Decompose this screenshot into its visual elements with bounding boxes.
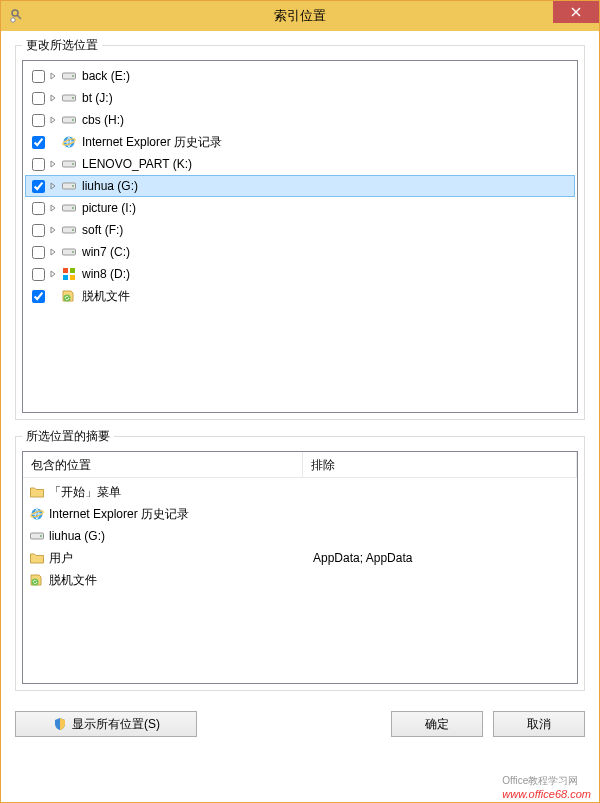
svg-point-4 bbox=[72, 75, 74, 77]
tree-item-label: soft (F:) bbox=[80, 223, 123, 237]
tree-checkbox[interactable] bbox=[32, 136, 45, 149]
tree-checkbox[interactable] bbox=[32, 202, 45, 215]
tree-checkbox[interactable] bbox=[32, 224, 45, 237]
summary-row[interactable]: 「开始」菜单 bbox=[25, 481, 575, 503]
sync-icon bbox=[61, 288, 77, 304]
tree-checkbox[interactable] bbox=[32, 268, 45, 281]
col-included[interactable]: 包含的位置 bbox=[23, 452, 303, 478]
svg-point-2 bbox=[11, 18, 15, 22]
svg-point-25 bbox=[64, 295, 71, 302]
tree-row[interactable]: win8 (D:) bbox=[25, 263, 575, 285]
svg-point-6 bbox=[72, 97, 74, 99]
drive-icon bbox=[61, 178, 77, 194]
tree-row[interactable]: back (E:) bbox=[25, 65, 575, 87]
close-button[interactable] bbox=[553, 1, 599, 23]
expand-icon[interactable] bbox=[48, 71, 58, 81]
summary-row[interactable]: 脱机文件 bbox=[25, 569, 575, 591]
tree-checkbox[interactable] bbox=[32, 180, 45, 193]
summary-group: 所选位置的摘要 包含的位置 排除 「开始」菜单Internet Explorer… bbox=[15, 436, 585, 691]
svg-point-12 bbox=[72, 163, 74, 165]
drive-icon bbox=[61, 222, 77, 238]
change-locations-legend: 更改所选位置 bbox=[22, 37, 102, 54]
shield-icon bbox=[52, 716, 68, 732]
folder-icon bbox=[29, 484, 45, 500]
tree-checkbox[interactable] bbox=[32, 290, 45, 303]
tree-item-label: cbs (H:) bbox=[80, 113, 124, 127]
drive-icon bbox=[61, 200, 77, 216]
summary-exclude: AppData; AppData bbox=[305, 551, 575, 565]
tree-checkbox[interactable] bbox=[32, 246, 45, 259]
window-title: 索引位置 bbox=[1, 7, 599, 25]
tree-row[interactable]: 脱机文件 bbox=[25, 285, 575, 307]
svg-rect-23 bbox=[63, 275, 68, 280]
tree-row[interactable]: Internet Explorer 历史记录 bbox=[25, 131, 575, 153]
tree-row[interactable]: win7 (C:) bbox=[25, 241, 575, 263]
tree-checkbox[interactable] bbox=[32, 92, 45, 105]
drive-icon bbox=[61, 156, 77, 172]
tree-row[interactable]: liuhua (G:) bbox=[25, 175, 575, 197]
tree-item-label: bt (J:) bbox=[80, 91, 113, 105]
svg-line-1 bbox=[17, 15, 21, 19]
sync-icon bbox=[29, 572, 45, 588]
expand-icon[interactable] bbox=[48, 203, 58, 213]
titlebar: 索引位置 bbox=[1, 1, 599, 31]
expand-icon[interactable] bbox=[48, 247, 58, 257]
col-exclude[interactable]: 排除 bbox=[303, 452, 577, 478]
summary-body: 「开始」菜单Internet Explorer 历史记录liuhua (G:)用… bbox=[23, 478, 577, 594]
tree-row[interactable]: picture (I:) bbox=[25, 197, 575, 219]
expand-icon[interactable] bbox=[48, 269, 58, 279]
win-icon bbox=[61, 266, 77, 282]
button-row: 显示所有位置(S) 确定 取消 bbox=[1, 707, 599, 751]
summary-listview[interactable]: 包含的位置 排除 「开始」菜单Internet Explorer 历史记录liu… bbox=[22, 451, 578, 684]
drive-icon bbox=[61, 244, 77, 260]
tree-item-label: picture (I:) bbox=[80, 201, 136, 215]
svg-rect-21 bbox=[63, 268, 68, 273]
tree-checkbox[interactable] bbox=[32, 70, 45, 83]
content-area: 更改所选位置 back (E:)bt (J:)cbs (H:)Internet … bbox=[1, 31, 599, 691]
svg-point-14 bbox=[72, 185, 74, 187]
tree-item-label: Internet Explorer 历史记录 bbox=[80, 134, 222, 151]
summary-row[interactable]: liuhua (G:) bbox=[25, 525, 575, 547]
summary-item-label: Internet Explorer 历史记录 bbox=[49, 506, 189, 523]
tree-checkbox[interactable] bbox=[32, 114, 45, 127]
summary-legend: 所选位置的摘要 bbox=[22, 428, 114, 445]
expand-icon[interactable] bbox=[48, 93, 58, 103]
tree-item-label: liuhua (G:) bbox=[80, 179, 138, 193]
tree-item-label: win7 (C:) bbox=[80, 245, 130, 259]
ie-icon bbox=[61, 134, 77, 150]
summary-item-label: 用户 bbox=[49, 550, 73, 567]
watermark: Office教程学习网 www.office68.com bbox=[502, 774, 591, 800]
expand-icon[interactable] bbox=[48, 225, 58, 235]
tree-row[interactable]: soft (F:) bbox=[25, 219, 575, 241]
tree-row[interactable]: LENOVO_PART (K:) bbox=[25, 153, 575, 175]
svg-point-29 bbox=[40, 535, 42, 537]
summary-item-label: liuhua (G:) bbox=[49, 529, 105, 543]
tree-item-label: LENOVO_PART (K:) bbox=[80, 157, 192, 171]
tree-row[interactable]: bt (J:) bbox=[25, 87, 575, 109]
drive-icon bbox=[29, 528, 45, 544]
tree-row[interactable]: cbs (H:) bbox=[25, 109, 575, 131]
summary-row[interactable]: Internet Explorer 历史记录 bbox=[25, 503, 575, 525]
drive-icon bbox=[61, 90, 77, 106]
svg-point-20 bbox=[72, 251, 74, 253]
expand-icon[interactable] bbox=[48, 115, 58, 125]
show-all-locations-button[interactable]: 显示所有位置(S) bbox=[15, 711, 197, 737]
summary-item-label: 脱机文件 bbox=[49, 572, 97, 589]
summary-row[interactable]: 用户AppData; AppData bbox=[25, 547, 575, 569]
tree-item-label: win8 (D:) bbox=[80, 267, 130, 281]
ie-icon bbox=[29, 506, 45, 522]
cancel-button[interactable]: 取消 bbox=[493, 711, 585, 737]
summary-header: 包含的位置 排除 bbox=[23, 452, 577, 478]
expand-icon[interactable] bbox=[48, 181, 58, 191]
expand-icon[interactable] bbox=[48, 159, 58, 169]
locations-tree[interactable]: back (E:)bt (J:)cbs (H:)Internet Explore… bbox=[22, 60, 578, 413]
drive-icon bbox=[61, 112, 77, 128]
drive-icon bbox=[61, 68, 77, 84]
ok-button[interactable]: 确定 bbox=[391, 711, 483, 737]
tree-checkbox[interactable] bbox=[32, 158, 45, 171]
folder-icon bbox=[29, 550, 45, 566]
summary-item-label: 「开始」菜单 bbox=[49, 484, 121, 501]
tree-item-label: 脱机文件 bbox=[80, 288, 130, 305]
svg-rect-22 bbox=[70, 268, 75, 273]
svg-point-18 bbox=[72, 229, 74, 231]
